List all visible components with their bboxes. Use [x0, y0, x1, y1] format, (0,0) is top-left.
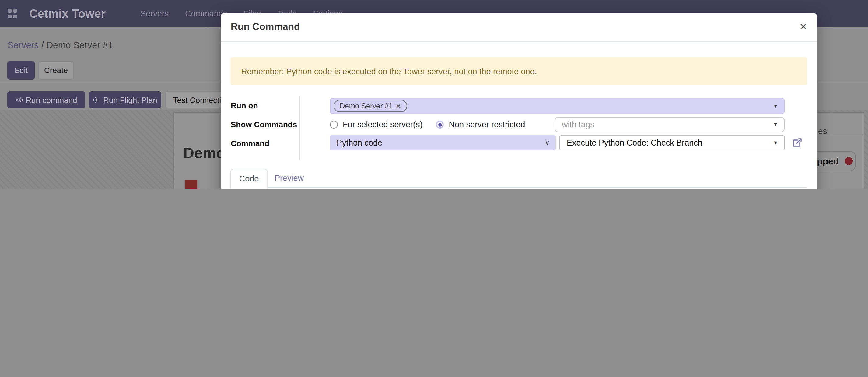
- form-column-separator: [300, 96, 300, 160]
- show-commands-label: Show Commands: [231, 120, 297, 129]
- apps-grid-icon[interactable]: [8, 9, 17, 18]
- breadcrumb-servers-link[interactable]: Servers: [7, 39, 39, 50]
- chevron-down-icon: ▼: [773, 103, 778, 109]
- code-icon: </>: [16, 96, 24, 104]
- status-dot-icon: [845, 157, 853, 165]
- color-swatch[interactable]: [184, 180, 198, 188]
- app-brand: Cetmix Tower: [29, 7, 105, 21]
- tab-code[interactable]: Code: [230, 169, 268, 188]
- chip-remove-icon[interactable]: ✕: [396, 103, 401, 109]
- modal-header: Run Command ✕: [221, 13, 817, 42]
- radio-non-server-restricted-label[interactable]: Non server restricted: [449, 120, 525, 129]
- radio-for-selected-servers-label[interactable]: For selected server(s): [343, 120, 423, 129]
- run-on-input[interactable]: Demo Server #1 ✕ ▼: [330, 98, 785, 114]
- radio-for-selected-servers[interactable]: [330, 121, 338, 128]
- screen: Servers / Demo Server #1 Edit Create </>…: [0, 0, 868, 188]
- chevron-down-icon: ∨: [545, 139, 550, 147]
- smart-button-partial[interactable]: es: [818, 126, 827, 136]
- run-command-label: Run command: [26, 95, 77, 105]
- warning-alert: Remember: Python code is executed on the…: [231, 57, 807, 85]
- plane-icon: ✈: [93, 95, 99, 105]
- tags-select[interactable]: with tags ▼: [555, 117, 785, 132]
- breadcrumb-current: Demo Server #1: [46, 39, 113, 50]
- command-type-select[interactable]: Python code ∨: [330, 135, 556, 150]
- tags-placeholder: with tags: [562, 120, 594, 129]
- close-icon[interactable]: ✕: [800, 21, 807, 33]
- chevron-down-icon: ▼: [773, 122, 778, 127]
- command-type-value: Python code: [337, 138, 382, 147]
- server-chip: Demo Server #1 ✕: [334, 100, 407, 112]
- show-commands-radios: For selected server(s) Non server restri…: [330, 117, 533, 132]
- external-link-icon[interactable]: [792, 137, 803, 148]
- edit-button[interactable]: Edit: [7, 61, 35, 80]
- radio-non-server-restricted[interactable]: [436, 121, 444, 128]
- run-flight-plan-button[interactable]: ✈ Run Flight Plan: [89, 91, 161, 108]
- command-select[interactable]: Execute Python Code: Check Branch ▼: [559, 135, 785, 150]
- run-flight-plan-label: Run Flight Plan: [103, 95, 157, 105]
- smart-button-underline: [813, 136, 865, 137]
- run-command-button[interactable]: </> Run command: [7, 91, 85, 108]
- tab-preview[interactable]: Preview: [275, 169, 304, 187]
- menu-servers[interactable]: Servers: [140, 9, 168, 18]
- server-chip-label: Demo Server #1: [340, 102, 393, 110]
- command-select-value: Execute Python Code: Check Branch: [567, 138, 703, 147]
- run-on-label: Run on: [231, 101, 258, 110]
- modal-title: Run Command: [231, 21, 300, 32]
- run-command-modal: Run Command ✕ Remember: Python code is e…: [221, 13, 817, 188]
- breadcrumb-separator: /: [41, 39, 44, 50]
- create-button[interactable]: Create: [38, 61, 74, 80]
- breadcrumb: Servers / Demo Server #1: [7, 39, 113, 50]
- chevron-down-icon: ▼: [773, 140, 778, 146]
- command-label: Command: [231, 139, 269, 148]
- tabs-underline: [231, 187, 807, 187]
